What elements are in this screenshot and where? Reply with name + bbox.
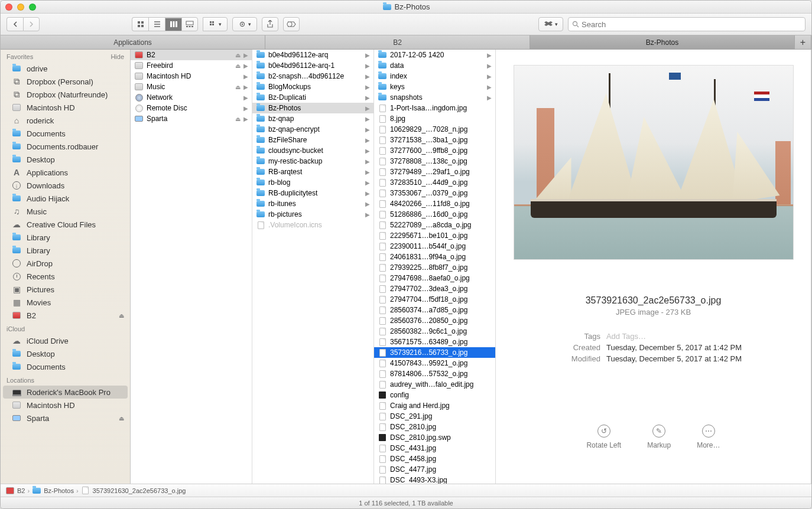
file-row[interactable]: 28560376…20850_o.jpg: [374, 315, 495, 326]
sidebar-item-icloud-drive[interactable]: ☁iCloud Drive: [1, 334, 130, 347]
sidebar-item-documents[interactable]: Documents: [1, 360, 130, 373]
sidebar-item-sparta[interactable]: Sparta⏏: [1, 412, 130, 425]
file-row[interactable]: Freebird⏏▶: [131, 60, 252, 71]
file-row[interactable]: 37283510_…44d9_o.jpg: [374, 177, 495, 188]
file-row[interactable]: 37278808_…138c_o.jpg: [374, 156, 495, 167]
file-row[interactable]: DSC_2810.jpg.swp: [374, 432, 495, 443]
dropbox-button[interactable]: ▾: [538, 17, 563, 31]
forward-button[interactable]: [23, 17, 40, 31]
file-row[interactable]: b0e4bd96112e-arq▶: [252, 50, 373, 60]
file-row[interactable]: keys▶: [374, 81, 495, 92]
file-row[interactable]: 51286886_…16d0_o.jpg: [374, 209, 495, 220]
file-row[interactable]: Macintosh HD▶: [131, 71, 252, 81]
sidebar-item-downloads[interactable]: ↓Downloads: [1, 179, 130, 192]
search-field[interactable]: [568, 17, 805, 31]
tags-button[interactable]: [283, 17, 300, 31]
file-row[interactable]: 41507843…95921_o.jpg: [374, 358, 495, 368]
file-row[interactable]: Remote Disc▶: [131, 103, 252, 113]
file-row[interactable]: 27939225…8fb8f7_o.jpg: [374, 262, 495, 273]
file-row[interactable]: 48420266_…11fd8_o.jpg: [374, 198, 495, 209]
sidebar-item-desktop[interactable]: Desktop: [1, 347, 130, 360]
add-tags[interactable]: Add Tags…: [606, 332, 646, 341]
sidebar-item-applications[interactable]: AApplications: [1, 166, 130, 179]
file-row[interactable]: 2017-12-05 1420▶: [374, 50, 495, 60]
file-row[interactable]: 37279489_…29af1_o.jpg: [374, 167, 495, 177]
sidebar-item-pictures[interactable]: ▣Pictures: [1, 283, 130, 296]
file-row[interactable]: my-restic-backup▶: [252, 156, 373, 167]
file-row[interactable]: DSC_4458.jpg: [374, 453, 495, 464]
file-row[interactable]: 8.jpg: [374, 113, 495, 124]
file-row[interactable]: .VolumeIcon.icns: [252, 220, 373, 230]
file-row[interactable]: 24061831…9f94a_o.jpg: [374, 252, 495, 262]
file-row[interactable]: 35739216…56733_o.jpg: [374, 347, 495, 358]
share-button[interactable]: [262, 17, 278, 31]
file-row[interactable]: 27947702…3dea3_o.jpg: [374, 283, 495, 294]
file-row[interactable]: Craig and Herd.jpg: [374, 400, 495, 411]
markup-button[interactable]: ✎Markup: [647, 425, 671, 449]
file-row[interactable]: 52227089_…a8cda_o.jpg: [374, 220, 495, 230]
file-row[interactable]: BzFileShare▶: [252, 135, 373, 145]
eject-icon[interactable]: ⏏: [235, 116, 241, 122]
file-row[interactable]: DSC_4431.jpg: [374, 443, 495, 453]
file-row[interactable]: 10629829_…7028_n.jpg: [374, 124, 495, 135]
sidebar-item-music[interactable]: ♫Music: [1, 205, 130, 218]
sidebar-item-creative-cloud-files[interactable]: ☁Creative Cloud Files: [1, 218, 130, 231]
file-row[interactable]: Network▶: [131, 92, 252, 103]
file-row[interactable]: rb-blog▶: [252, 177, 373, 188]
file-row[interactable]: audrey_with…falo_edit.jpg: [374, 379, 495, 390]
eject-icon[interactable]: ⏏: [119, 312, 124, 319]
sidebar-item-movies[interactable]: ▦Movies: [1, 296, 130, 309]
file-row[interactable]: 28560374…a7d85_o.jpg: [374, 305, 495, 315]
eject-icon[interactable]: ⏏: [235, 63, 241, 69]
file-row[interactable]: Bz-Duplicati▶: [252, 92, 373, 103]
file-row[interactable]: 35671575…63489_o.jpg: [374, 337, 495, 347]
new-tab-button[interactable]: +: [795, 35, 811, 49]
sidebar-item-b2[interactable]: B2⏏: [1, 309, 130, 322]
sidebar-item-documents[interactable]: Documents: [1, 127, 130, 140]
column-view-button[interactable]: [165, 17, 181, 31]
file-row[interactable]: b0e4bd96112e-arq-1▶: [252, 60, 373, 71]
file-row[interactable]: data▶: [374, 60, 495, 71]
file-row[interactable]: B2⏏▶: [131, 50, 252, 60]
sidebar-item-library[interactable]: Library: [1, 231, 130, 244]
file-row[interactable]: Sparta⏏▶: [131, 113, 252, 124]
file-row[interactable]: 22295671…be101_o.jpg: [374, 230, 495, 241]
sidebar-item-library[interactable]: Library: [1, 244, 130, 257]
file-row[interactable]: 22390011…b544f_o.jpg: [374, 241, 495, 252]
file-row[interactable]: 37271538_…3ba1_o.jpg: [374, 135, 495, 145]
tab-b2[interactable]: B2: [265, 35, 530, 49]
sidebar-item-dropbox-personal-[interactable]: ⧉Dropbox (Personal): [1, 75, 130, 88]
more-button[interactable]: ⋯More…: [697, 425, 720, 449]
eject-icon[interactable]: ⏏: [235, 52, 241, 58]
sidebar-item-macintosh-hd[interactable]: Macintosh HD: [1, 101, 130, 114]
path-b2[interactable]: B2: [17, 487, 25, 494]
column-3[interactable]: 2017-12-05 1420▶data▶index▶keys▶snapshot…: [374, 50, 496, 484]
file-row[interactable]: BlogMockups▶: [252, 81, 373, 92]
eject-icon[interactable]: ⏏: [119, 415, 124, 422]
rotate-left-button[interactable]: ↺Rotate Left: [586, 425, 621, 449]
path-file[interactable]: 3573921630_2ac2e56733_o.jpg: [93, 487, 186, 494]
file-row[interactable]: snapshots▶: [374, 92, 495, 103]
tab-bz-photos[interactable]: Bz-Photos: [530, 35, 795, 49]
file-row[interactable]: config: [374, 390, 495, 400]
sidebar-item-macintosh-hd[interactable]: Macintosh HD: [1, 399, 130, 412]
icon-view-button[interactable]: [132, 17, 148, 31]
gallery-view-button[interactable]: [181, 17, 198, 31]
file-row[interactable]: 37353067_…0379_o.jpg: [374, 188, 495, 198]
tab-applications[interactable]: Applications: [1, 35, 265, 49]
file-row[interactable]: bz-qnap-encrypt▶: [252, 124, 373, 135]
file-row[interactable]: 27947704…f5df18_o.jpg: [374, 294, 495, 305]
action-button[interactable]: ▾: [232, 17, 257, 31]
file-row[interactable]: DSC_2810.jpg: [374, 422, 495, 432]
file-row[interactable]: Music⏏▶: [131, 81, 252, 92]
preview-image[interactable]: [514, 65, 794, 260]
file-row[interactable]: bz-qnap▶: [252, 113, 373, 124]
file-row[interactable]: 27947698…8aefa0_o.jpg: [374, 273, 495, 283]
sidebar-item-desktop[interactable]: Desktop: [1, 153, 130, 166]
column-1[interactable]: B2⏏▶Freebird⏏▶Macintosh HD▶Music⏏▶Networ…: [131, 50, 252, 484]
sidebar-item-odrive[interactable]: odrive: [1, 62, 130, 75]
hide-favorites[interactable]: Hide: [111, 53, 124, 60]
file-row[interactable]: 87814806…57532_o.jpg: [374, 368, 495, 379]
file-row[interactable]: Bz-Photos▶: [252, 103, 373, 113]
path-bz-photos[interactable]: Bz-Photos: [44, 487, 74, 494]
